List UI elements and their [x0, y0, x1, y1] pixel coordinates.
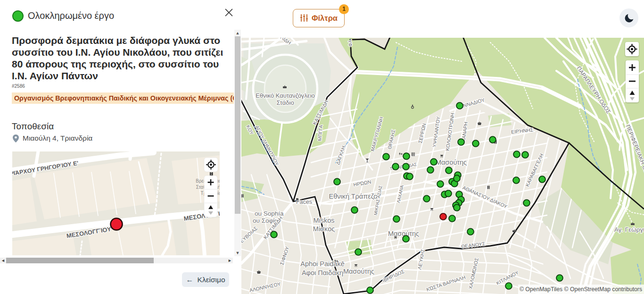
svg-text:Εθνική Τράπεζα: Εθνική Τράπεζα — [329, 193, 377, 200]
svg-text:ΚΏΣΤΑ ΒΑΡΝΑΛΗ: ΚΏΣΤΑ ΒΑΡΝΑΛΗ — [426, 274, 466, 292]
svg-text:ΚΟΥ: ΚΟΥ — [245, 124, 255, 136]
svg-text:ΘΡΑΚΗΣ: ΘΡΑΚΗΣ — [387, 129, 396, 150]
svg-text:ΔΑΓΚΛΗ: ΔΑΓΚΛΗ — [335, 145, 346, 165]
svg-text:Στάδιο: Στάδιο — [276, 99, 294, 106]
svg-text:Αφοι Παιδάκη: Αφοι Παιδάκη — [302, 269, 343, 277]
svg-text:ΚΟΛΟΚΟΤΡΩΝΗ: ΚΟΛΟΚΟΤΡΩΝΗ — [444, 113, 455, 151]
svg-text:ΑΛΟΝΝΉΣΟΥ: ΑΛΟΝΝΉΣΟΥ — [249, 281, 281, 293]
svg-text:ΣΙΦΝΟΥ: ΣΙΦΝΟΥ — [279, 246, 290, 266]
svg-text:Μασούτης: Μασούτης — [436, 159, 467, 166]
svg-text:ΗΡΏΩΝ: ΗΡΏΩΝ — [353, 179, 372, 187]
svg-text:ΕΙΡΉΝΗΣ: ΕΙΡΉΝΗΣ — [511, 127, 534, 135]
svg-text:ΙΒΗΡΊΔΟΣ: ΙΒΗΡΊΔΟΣ — [381, 268, 405, 283]
svg-text:ΑΘΑΝΑΣΊΟΥ ΔΙΆΚΟΥ: ΑΘΑΝΑΣΊΟΥ ΔΙΆΚΟΥ — [462, 185, 508, 210]
svg-text:Εθνικό Καυτανζόγλειο: Εθνικό Καυτανζόγλειο — [256, 92, 315, 99]
svg-text:Aphoi Paidákē: Aphoi Paidákē — [300, 260, 345, 268]
svg-text:ΛΕΎΚΗΣ: ΛΕΎΚΗΣ — [416, 248, 426, 270]
svg-text:ΧΑΛΟΜΏΝΟΣ: ΧΑΛΟΜΏΝΟΣ — [467, 257, 479, 289]
svg-text:ΜΑΚΡΥΓΙΑΝΝΗ: ΜΑΚΡΥΓΙΑΝΝΗ — [370, 116, 384, 152]
svg-text:ΚΑΤΣΙΜΙΔΗ: ΚΑΤΣΙΜΙΔΗ — [312, 99, 330, 126]
svg-text:Μίσκος: Μίσκος — [313, 225, 335, 233]
svg-text:ΜΠΓΓΑ: ΜΠΓΓΑ — [317, 125, 324, 141]
svg-text:ΜΙΚΡΑΣ ΑΣΙΑΣ: ΜΙΚΡΑΣ ΑΣΙΑΣ — [373, 185, 383, 216]
svg-text:ΠΑΡΑΠΛΕΥΡΗ ΟΔΟΣ: ΠΑΡΑΠΛΕΥΡΗ ΟΔΟΣ — [575, 65, 612, 115]
svg-text:ΘΕΑΝΟΥΣ: ΘΕΑΝΟΥΣ — [461, 241, 486, 249]
svg-text:ΣΕΡΡΩΝ: ΣΕΡΡΩΝ — [417, 123, 427, 143]
svg-text:Μασούτης: Μασούτης — [343, 268, 374, 275]
svg-text:Faces: Faces — [296, 199, 312, 205]
svg-text:ΑΓΙΟΥ ΔΗΜΗΤΡΙΟΥ: ΑΓΙΟΥ ΔΗΜΗΤΡΙΟΥ — [254, 124, 280, 166]
svg-text:ΕΥΒΟΙΑΣ: ΕΥΒΟΙΑΣ — [241, 225, 259, 244]
svg-text:Αγ. Γεώργι: Αγ. Γεώργι — [614, 226, 644, 233]
svg-text:Miskos: Miskos — [313, 217, 334, 224]
svg-text:ΥΦ: ΥΦ — [347, 40, 353, 47]
svg-text:ΛΑΧΑΝΆ: ΛΑΧΑΝΆ — [396, 185, 405, 204]
svg-text:ΛΙΔΗ: ΛΙΔΗ — [280, 38, 292, 46]
svg-text:ΠΕΡΙΦΕΡΕΙΑΚΗ ΟΔΟΣ: ΠΕΡΙΦΕΡΕΙΑΚΗ ΟΔΟΣ — [625, 124, 644, 182]
svg-text:ΥΨΗΛΑΝΤΟΥ: ΥΨΗΛΑΝΤΟΥ — [431, 116, 441, 148]
